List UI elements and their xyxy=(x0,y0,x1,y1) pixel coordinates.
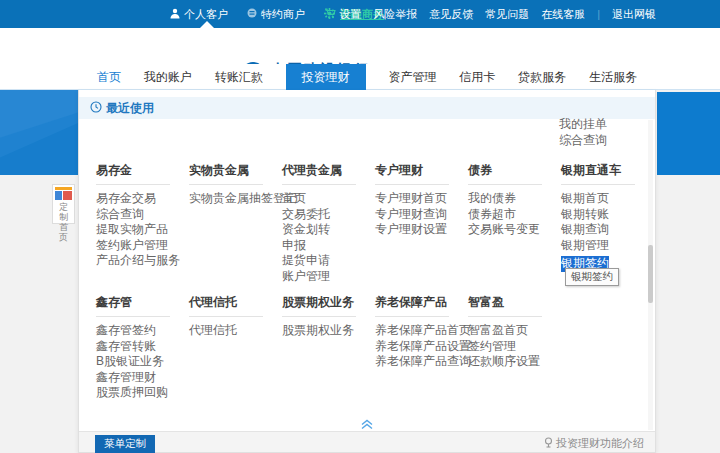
section-divider xyxy=(375,316,449,317)
personal-customer-label: 个人客户 xyxy=(184,7,228,22)
menu-link[interactable]: 产品介绍与服务 xyxy=(96,253,189,269)
nav-item-transfer[interactable]: 转账汇款 xyxy=(215,64,263,90)
section-divider xyxy=(189,184,263,185)
topbar-right-group: 设置 风险举报 意见反馈 常见问题 在线客服 | 退出网银 xyxy=(324,0,656,28)
section-divider xyxy=(561,184,635,185)
recent-use-label: 最近使用 xyxy=(106,100,154,117)
menu-link[interactable]: 实物贵金属抽签登记 xyxy=(189,191,282,207)
menu-link[interactable]: 债券超市 xyxy=(468,207,561,223)
active-user-notch xyxy=(200,21,214,28)
menu-link[interactable]: 签约账户管理 xyxy=(96,238,189,254)
merchant-link[interactable]: 特约商户 xyxy=(247,7,305,22)
menu-link[interactable]: 我的债券 xyxy=(468,191,561,207)
nav-item-assets[interactable]: 资产管理 xyxy=(388,64,436,90)
settings-label: 设置 xyxy=(339,7,361,22)
menu-section-title: 代理信托 xyxy=(189,294,282,311)
settings-link[interactable]: 设置 xyxy=(324,7,361,22)
menu-link[interactable]: 账户管理 xyxy=(282,269,375,285)
menu-link[interactable]: 养老保障产品首页 xyxy=(375,323,468,339)
page-banner-right xyxy=(657,92,720,175)
faq-link[interactable]: 常见问题 xyxy=(485,7,529,22)
menu-section-title: 实物贵金属 xyxy=(189,162,282,179)
menu-link[interactable]: 养老保障产品查询 xyxy=(375,354,468,370)
menu-link[interactable]: 股票期权业务 xyxy=(282,323,375,339)
menu-scrollbar-thumb[interactable] xyxy=(648,245,653,303)
recent-use-bar: 最近使用 xyxy=(79,97,655,119)
menu-link-comprehensive-query[interactable]: 综合查询 xyxy=(559,133,607,149)
nav-item-loans[interactable]: 贷款服务 xyxy=(518,64,566,90)
function-intro-link[interactable]: 投资理财功能介绍 xyxy=(544,436,644,451)
menu-section-title: 智富盈 xyxy=(468,294,561,311)
menu-section: 养老保障产品养老保障产品首页养老保障产品设置养老保障产品查询 xyxy=(375,294,468,426)
menu-section: 易存金易存金交易综合查询提取实物产品签约账户管理产品介绍与服务 xyxy=(96,162,189,294)
menu-section: 股票期权业务股票期权业务 xyxy=(282,294,375,426)
menu-customize-button[interactable]: 菜单定制 xyxy=(95,435,155,453)
menu-link[interactable]: 银期管理 xyxy=(561,238,654,254)
header: 中国建设银行 China Construction Bank 个人网上银行 A+… xyxy=(0,28,720,64)
menu-link[interactable]: 提货申请 xyxy=(282,253,375,269)
menu-section: 代理信托代理信托 xyxy=(189,294,282,426)
nav-item-credit-card[interactable]: 信用卡 xyxy=(459,64,495,90)
risk-report-link[interactable]: 风险举报 xyxy=(373,7,417,22)
nav-item-life-services[interactable]: 生活服务 xyxy=(589,64,637,90)
menu-link[interactable]: 代理信托 xyxy=(189,323,282,339)
menu-link[interactable]: B股银证业务 xyxy=(96,354,189,370)
partial-column-links: 我的挂单 综合查询 xyxy=(559,117,607,148)
link-tooltip: 银期签约 xyxy=(565,268,619,286)
menu-link[interactable]: 易存金交易 xyxy=(96,191,189,207)
menu-link[interactable]: 申报 xyxy=(282,238,375,254)
menu-section-title: 专户理财 xyxy=(375,162,468,179)
menu-section: 代理贵金属首页交易委托资金划转申报提货申请账户管理 xyxy=(282,162,375,294)
nav-item-accounts[interactable]: 我的账户 xyxy=(144,64,192,90)
menu-link[interactable]: 银期首页 xyxy=(561,191,654,207)
menu-link[interactable]: 专户理财设置 xyxy=(375,222,468,238)
section-divider xyxy=(96,316,170,317)
customize-homepage-widget[interactable]: 定制 首页 xyxy=(52,184,75,224)
personal-customer-link[interactable]: 个人客户 xyxy=(170,7,228,22)
menu-link[interactable]: 签约管理 xyxy=(468,339,561,355)
menu-link[interactable]: 综合查询 xyxy=(96,207,189,223)
menu-link[interactable]: 专户理财首页 xyxy=(375,191,468,207)
menu-link[interactable]: 银期查询 xyxy=(561,222,654,238)
menu-section: 债券我的债券债券超市交易账号变更 xyxy=(468,162,561,294)
menu-section: 实物贵金属实物贵金属抽签登记 xyxy=(189,162,282,294)
section-divider xyxy=(282,316,356,317)
menu-grid: 易存金易存金交易综合查询提取实物产品签约账户管理产品介绍与服务实物贵金属实物贵金… xyxy=(96,162,654,426)
menu-section-title: 银期直通车 xyxy=(561,162,654,179)
feedback-link[interactable]: 意见反馈 xyxy=(429,7,473,22)
online-service-label: 在线客服 xyxy=(541,7,585,22)
nav-item-home[interactable]: 首页 xyxy=(97,64,121,90)
menu-link[interactable]: 鑫存管理财 xyxy=(96,370,189,386)
main-nav-items: 首页 我的账户 转账汇款 投资理财 资产管理 信用卡 贷款服务 生活服务 xyxy=(78,64,656,90)
pin-icon xyxy=(544,437,553,451)
menu-link[interactable]: 交易委托 xyxy=(282,207,375,223)
menu-link-my-orders[interactable]: 我的挂单 xyxy=(559,117,607,133)
menu-section-title: 债券 xyxy=(468,162,561,179)
menu-link[interactable]: 鑫存管转账 xyxy=(96,339,189,355)
menu-link[interactable]: 股票质押回购 xyxy=(96,385,189,401)
menu-link[interactable]: 专户理财查询 xyxy=(375,207,468,223)
faq-label: 常见问题 xyxy=(485,7,529,22)
menu-link[interactable]: 银期转账 xyxy=(561,207,654,223)
menu-section: 智富盈智富盈首页签约管理还款顺序设置 xyxy=(468,294,561,426)
menu-section-title: 鑫存管 xyxy=(96,294,189,311)
feedback-label: 意见反馈 xyxy=(429,7,473,22)
menu-link[interactable]: 养老保障产品设置 xyxy=(375,339,468,355)
online-service-link[interactable]: 在线客服 xyxy=(541,7,585,22)
menu-link[interactable]: 资金划转 xyxy=(282,222,375,238)
menu-link[interactable]: 鑫存管签约 xyxy=(96,323,189,339)
nav-item-investment[interactable]: 投资理财 xyxy=(286,64,366,90)
menu-link[interactable]: 首页 xyxy=(282,191,375,207)
logout-link[interactable]: 退出网银 xyxy=(612,7,656,22)
page-banner-left xyxy=(0,90,78,175)
menu-link[interactable]: 还款顺序设置 xyxy=(468,354,561,370)
investment-mega-menu: 最近使用 我的挂单 综合查询 易存金易存金交易综合查询提取实物产品签约账户管理产… xyxy=(78,90,656,453)
menu-link[interactable]: 交易账号变更 xyxy=(468,222,561,238)
menu-section-title: 股票期权业务 xyxy=(282,294,375,311)
merchant-label: 特约商户 xyxy=(261,7,305,22)
gear-icon xyxy=(324,8,335,21)
menu-link[interactable]: 智富盈首页 xyxy=(468,323,561,339)
menu-footer: 菜单定制 投资理财功能介绍 xyxy=(79,431,655,452)
menu-link[interactable]: 提取实物产品 xyxy=(96,222,189,238)
topbar: 个人客户 特约商户 善融商务 设置 风险举报 意见反馈 常见问题 在线客服 | … xyxy=(0,0,720,28)
